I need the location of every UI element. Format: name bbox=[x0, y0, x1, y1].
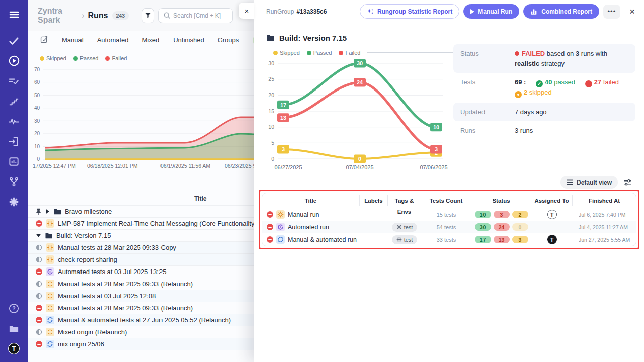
mixed-run-icon bbox=[276, 235, 285, 244]
svg-text:07/06/2025: 07/06/2025 bbox=[420, 164, 447, 170]
folder-list-item[interactable]: Build: Version 7.15 bbox=[28, 230, 254, 242]
status-pills: 17133 bbox=[471, 236, 531, 243]
help-icon[interactable]: ? bbox=[8, 302, 21, 315]
run-table-row[interactable]: Manual & automated runtest33 tests17133T… bbox=[262, 233, 636, 246]
legend-passed[interactable]: Passed bbox=[73, 55, 99, 61]
column-assigned-to: Assigned To bbox=[531, 195, 573, 206]
branches-icon[interactable] bbox=[8, 175, 21, 188]
tests-icon[interactable] bbox=[8, 34, 21, 47]
tab-groups[interactable]: Groups bbox=[218, 36, 239, 44]
table-settings-icon[interactable] bbox=[623, 178, 632, 187]
run-list-item[interactable]: Manual tests at 28 Mar 2025 09:33 (Relau… bbox=[28, 302, 254, 314]
tags-cell: test bbox=[388, 223, 421, 232]
column-title: Title bbox=[262, 195, 360, 206]
column-tags-envs: Tags & Envs bbox=[388, 195, 421, 206]
tag-pill[interactable]: test bbox=[392, 235, 418, 244]
skipped-pill: 2 bbox=[512, 211, 528, 218]
run-title: Manual & automated tests at 27 Jun 2025 … bbox=[58, 316, 231, 324]
user-avatar[interactable]: T bbox=[8, 342, 21, 355]
manual-run-icon bbox=[46, 280, 54, 288]
run-list-item[interactable]: Manual tests at 03 Jul 2025 12:08 bbox=[28, 290, 254, 302]
svg-text:10: 10 bbox=[34, 144, 40, 149]
reports-icon[interactable] bbox=[8, 155, 21, 168]
passed-check-icon: ✓ bbox=[536, 80, 543, 87]
pin-icon bbox=[36, 208, 42, 215]
run-list-item[interactable]: Automated tests at 03 Jul 2025 13:25 bbox=[28, 266, 254, 278]
runs-list: Bravo milestoneLMP-587 Implement Real-Ti… bbox=[28, 205, 254, 350]
table-view-controls: Default view bbox=[560, 176, 632, 189]
run-list-item[interactable]: Manual tests at 28 Mar 2025 09:33 (Relau… bbox=[28, 278, 254, 290]
runs-icon[interactable] bbox=[8, 54, 21, 67]
search-input[interactable] bbox=[173, 12, 228, 19]
failed-pill: 3 bbox=[494, 211, 510, 218]
milestone-list-item[interactable]: Bravo milestone bbox=[28, 206, 254, 218]
svg-text:30: 30 bbox=[34, 118, 40, 124]
status-failed-icon bbox=[267, 236, 273, 243]
svg-text:3: 3 bbox=[282, 146, 285, 152]
rungroup-info: Status FAILED based on 3 runs with reali… bbox=[453, 44, 635, 140]
tags-cell: test bbox=[388, 235, 421, 244]
list-view-icon bbox=[567, 179, 573, 185]
run-list-item[interactable]: check report sharing bbox=[28, 254, 254, 266]
legend-skipped[interactable]: Skipped bbox=[40, 55, 66, 61]
runs-table: TitleLabelsTags & EnvsTests CountStatusA… bbox=[262, 193, 636, 246]
svg-text:10: 10 bbox=[268, 124, 274, 130]
steps-icon[interactable] bbox=[8, 95, 21, 108]
run-list-item[interactable]: Mixed origin (Relaunch) bbox=[28, 326, 254, 338]
drawer-close-button[interactable]: × bbox=[629, 7, 635, 16]
runs-page: Zyntra Spark › Runs 243 Manual Automated… bbox=[28, 0, 254, 362]
chevron-right-icon[interactable] bbox=[45, 209, 50, 214]
passed-pill: 17 bbox=[475, 236, 491, 243]
filter-funnel-button[interactable] bbox=[142, 8, 154, 23]
failed-status-dot bbox=[515, 51, 519, 56]
manual-run-icon bbox=[276, 210, 285, 219]
combined-report-button[interactable]: Combined Report bbox=[523, 4, 599, 19]
svg-text:25: 25 bbox=[268, 76, 274, 82]
manual-run-icon bbox=[46, 243, 54, 252]
run-title: Bravo milestone bbox=[65, 208, 112, 215]
svg-text:0: 0 bbox=[37, 156, 40, 162]
legend-failed[interactable]: Failed bbox=[105, 55, 127, 61]
chevron-down-icon[interactable] bbox=[36, 233, 41, 238]
svg-text:30: 30 bbox=[357, 60, 363, 66]
run-list-item[interactable]: Manual tests at 28 Mar 2025 09:33 Copy bbox=[28, 242, 254, 254]
svg-text:24: 24 bbox=[357, 79, 363, 85]
run-list-item[interactable]: Manual & automated tests at 27 Jun 2025 … bbox=[28, 314, 254, 326]
manual-run-icon bbox=[46, 304, 54, 312]
rungroup-statistic-report-button[interactable]: Rungroup Statistic Report bbox=[360, 4, 459, 19]
skipped-dot-icon bbox=[515, 91, 522, 98]
settings-gear-icon[interactable] bbox=[8, 195, 21, 208]
tab-automated[interactable]: Automated bbox=[97, 36, 129, 44]
tab-unfinished[interactable]: Unfinished bbox=[173, 36, 204, 44]
manual-run-button[interactable]: Manual Run bbox=[463, 4, 519, 19]
status-in-progress-icon bbox=[36, 281, 42, 287]
default-view-button[interactable]: Default view bbox=[560, 176, 618, 189]
menu-icon[interactable] bbox=[8, 8, 21, 21]
svg-text:07/04/2025: 07/04/2025 bbox=[346, 164, 373, 170]
skipped-dot bbox=[40, 56, 44, 61]
more-actions-button[interactable]: ••• bbox=[603, 5, 620, 19]
projects-folder-icon[interactable] bbox=[8, 322, 21, 335]
run-table-row[interactable]: Automated runtest54 tests30240Jul 4, 202… bbox=[262, 221, 636, 233]
tab-manual[interactable]: Manual bbox=[62, 36, 84, 44]
run-list-item[interactable]: LMP-587 Implement Real-Time Chat Messagi… bbox=[28, 218, 254, 230]
finished-at: Jul 6, 2025 7:40 PM bbox=[573, 212, 636, 218]
tag-pill[interactable]: test bbox=[392, 223, 418, 232]
runs-header: Zyntra Spark › Runs 243 bbox=[28, 0, 254, 31]
drawer-edge-close-button[interactable]: × bbox=[239, 3, 254, 19]
rungroup-drawer: × RunGroup #13a335c6 Rungroup Statistic … bbox=[254, 0, 644, 362]
status-failed-icon bbox=[36, 305, 42, 311]
import-icon[interactable] bbox=[8, 135, 21, 148]
analytics-pulse-icon[interactable] bbox=[8, 115, 21, 128]
run-title: Manual & automated run bbox=[288, 236, 357, 243]
svg-text:0: 0 bbox=[271, 156, 274, 162]
plans-icon[interactable] bbox=[8, 74, 21, 87]
runs-table-body: Manual run15 tests1032TJul 6, 2025 7:40 … bbox=[262, 208, 636, 246]
breadcrumb-workspace[interactable]: Zyntra Spark bbox=[38, 7, 78, 25]
run-title: Manual tests at 03 Jul 2025 12:08 bbox=[58, 292, 156, 300]
select-runs-icon[interactable] bbox=[40, 35, 48, 45]
status-value: FAILED based on 3 runs with realistic st… bbox=[515, 49, 628, 68]
tab-mixed[interactable]: Mixed bbox=[142, 36, 160, 44]
run-table-row[interactable]: Manual run15 tests1032TJul 6, 2025 7:40 … bbox=[262, 208, 636, 221]
run-list-item[interactable]: mix origin 25/06 bbox=[28, 338, 254, 350]
